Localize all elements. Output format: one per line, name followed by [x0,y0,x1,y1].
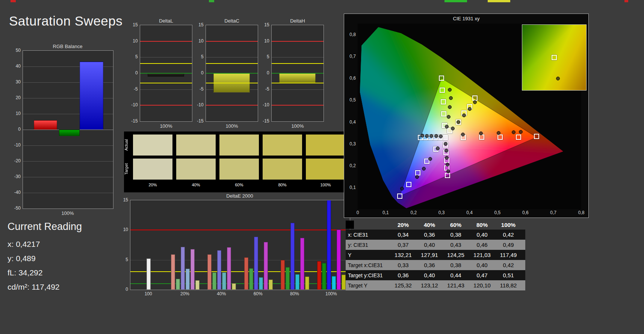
deltae-bar [176,279,180,290]
table-cell: 0,40 [469,262,495,268]
top-tab-indicator[interactable] [444,0,467,2]
table-cell: 117,49 [495,252,522,258]
table-cell: 0,36 [390,272,416,278]
deltae-bar [190,249,195,290]
delta-chart-deltal: DeltaL151050-5-10-15100% [128,18,192,129]
table-row: Target y:CIE310,360,400,440,470,51 [346,270,525,280]
limit-line [272,105,324,106]
reading-value: y: 0,489 [8,251,82,266]
chart-title: RGB Balance [23,44,113,50]
deltae-bar [337,230,341,290]
plot-row: 151050 [119,200,352,290]
target-marker-red [534,134,539,139]
axis-tick-label: 10 [198,38,203,44]
table-cell: 0,40 [416,242,443,248]
reading-items: x: 0,4217y: 0,489fL: 34,292cd/m²: 117,49… [8,237,82,294]
deltae-bar [332,276,336,290]
measurement-dot-green [448,105,452,109]
limit-line [206,41,258,42]
axis-tick-label: -5 [265,86,269,92]
table-cell: 0,38 [443,262,469,268]
top-strip [0,0,644,3]
measurement-dot-magenta [446,169,450,173]
actual-swatch [176,135,216,156]
axis-tick-label: 80% [290,291,299,296]
row-label: Target [124,159,133,180]
axis-tick-label: 100% [206,123,258,129]
top-tab-indicator[interactable] [624,0,628,2]
axis-tick-label: -15 [197,118,203,124]
top-tab-indicator[interactable] [11,0,16,2]
gridline [206,57,258,57]
row-label: Actual [124,135,133,156]
deltae-bar [227,247,231,290]
measurement-dot-cyan [425,134,429,138]
axis-tick-label: -5 [134,86,138,92]
measurement-dot-cyan [429,134,433,138]
table-cell: 123,12 [416,282,443,289]
measurement-dot-yellow [468,107,472,111]
limit-line [206,83,258,83]
deltae-bar [254,237,258,290]
deltae-bar [195,280,200,290]
gridline [130,260,350,260]
measurement-dot-blue [436,147,440,150]
limit-line [140,83,192,83]
y-axis: 0,10,20,30,40,50,60,70,8 [346,24,357,209]
axis-tick-label: 0,3 [438,210,445,215]
actual-swatch [133,135,172,156]
table-cell: 0,40 [469,231,495,238]
measurement-dot-red [479,131,483,135]
table-cell: 0,42 [495,231,522,238]
deltae-bar [249,268,253,290]
target-marker [552,55,557,60]
deltae-bar [300,238,304,290]
axis-tick-label: 10 [123,227,128,232]
table-cell: 0,43 [443,242,469,248]
target-marker-green [440,88,445,93]
gridline [23,193,113,193]
axis-tick-label: 0,5 [349,97,356,103]
deltae-bar [295,274,299,290]
target-marker-red [497,135,503,140]
limit-line [140,73,192,74]
table-cell: 0,46 [469,242,495,248]
measurement-dot-green [449,96,453,100]
axis-tick-label: -20 [14,158,21,163]
table-cell: 0,38 [443,231,469,238]
measurement-dot-yellow [451,127,455,130]
axis-tick-label: 5 [201,54,204,59]
top-tab-indicator[interactable] [488,0,510,2]
delta-bar [279,73,316,83]
table-cell: 121,03 [469,252,495,258]
y-axis: 151050-5-10-15 [194,25,206,122]
target-marker-blue [415,170,420,175]
axis-tick-label: 30 [16,79,21,85]
target-marker-blue [397,193,402,199]
page-title: Saturation Sweeps [9,14,122,29]
rgb-bar-green [59,130,80,136]
plot-area [206,25,258,122]
deltae-bar [322,263,326,290]
axis-tick-label: 0,2 [349,163,356,168]
table-cell: 0,42 [495,262,522,268]
deltae-bar [281,260,285,290]
top-tab-indicator[interactable] [209,0,214,2]
delta-bar [148,73,184,77]
measurement-dot-blue [400,187,404,190]
axis-tick-label: 80% [263,183,302,187]
axis-tick-label: 15 [198,22,203,27]
table-column-header: 40% [416,222,443,228]
axis-tick-label: 0 [267,70,269,76]
gridline [272,89,324,90]
deltae-bar [212,272,216,290]
gridline [272,57,324,57]
measurement-dot-red [461,133,465,136]
deltae-bar [290,223,295,290]
reading-value: cd/m²: 117,492 [8,280,82,294]
table-row-label: Y [346,252,390,258]
target-marker-red [516,135,521,140]
plot-area [140,25,192,122]
calibration-dashboard: Saturation Sweeps RGB Balance 5040302010… [0,0,644,334]
axis-tick-label: 0,3 [349,141,356,147]
